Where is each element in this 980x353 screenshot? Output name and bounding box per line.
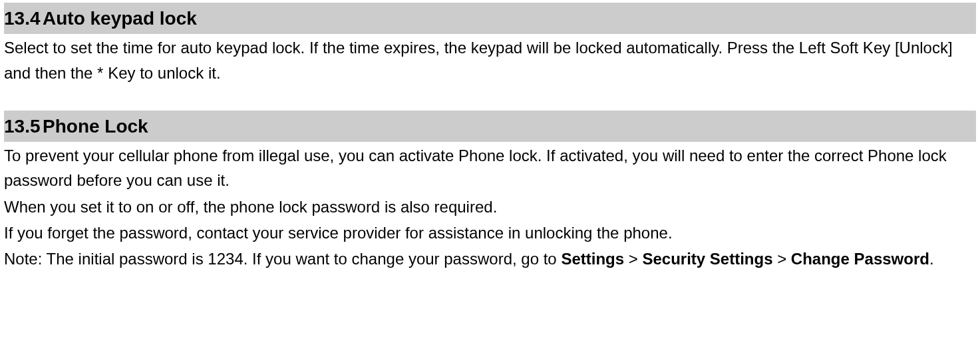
bold-text: Change Password	[791, 250, 929, 268]
section-title: Phone Lock	[43, 116, 148, 137]
section-number: 13.4	[4, 4, 43, 33]
text-run: If you forget the password, contact your…	[4, 224, 673, 242]
paragraph: If you forget the password, contact your…	[4, 219, 976, 245]
bold-text: Settings	[561, 250, 624, 268]
section-number: 13.5	[4, 112, 43, 141]
paragraph: Note: The initial password is 1234. If y…	[4, 245, 976, 271]
bold-text: Security Settings	[642, 250, 772, 268]
section-heading: 13.5Phone Lock	[4, 111, 976, 142]
text-run: To prevent your cellular phone from ille…	[4, 147, 947, 189]
paragraph: When you set it to on or off, the phone …	[4, 193, 976, 219]
text-run: Note: The initial password is 1234. If y…	[4, 250, 561, 268]
section-title: Auto keypad lock	[43, 8, 197, 29]
text-run: Select to set the time for auto keypad l…	[4, 39, 953, 81]
section-heading: 13.4Auto keypad lock	[4, 3, 976, 34]
paragraph: To prevent your cellular phone from ille…	[4, 142, 976, 192]
paragraph: Select to set the time for auto keypad l…	[4, 34, 976, 85]
text-run: When you set it to on or off, the phone …	[4, 198, 497, 216]
section-spacer	[4, 85, 976, 111]
text-run: >	[624, 250, 642, 268]
text-run: .	[929, 250, 934, 268]
text-run: >	[772, 250, 790, 268]
